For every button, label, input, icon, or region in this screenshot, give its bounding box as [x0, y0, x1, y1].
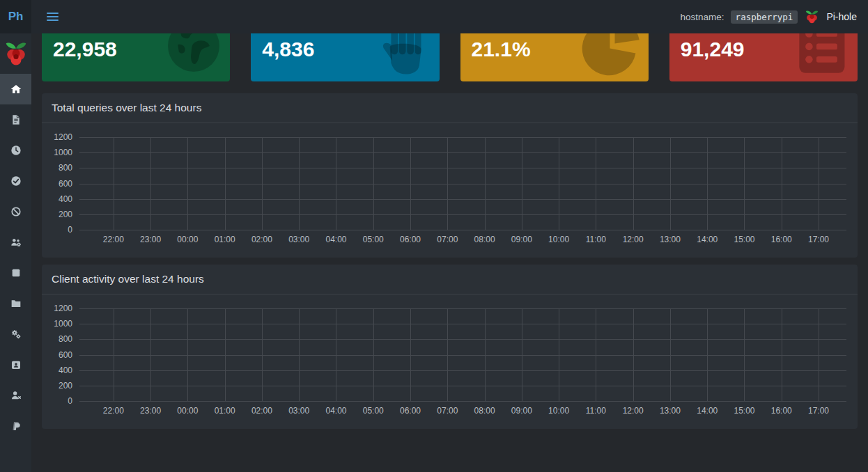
x-axis-label: 13:00	[660, 235, 681, 244]
y-axis-label: 200	[59, 210, 72, 219]
x-axis-label: 17:00	[808, 406, 829, 416]
y-axis-label: 200	[59, 381, 72, 391]
x-axis-label: 06:00	[400, 235, 421, 244]
x-axis-label: 00:00	[177, 406, 198, 416]
sidebar	[0, 33, 31, 472]
card-value: 4,836	[262, 38, 428, 61]
user-slash-icon	[10, 390, 22, 401]
x-axis-label: 10:00	[548, 406, 569, 416]
square-icon	[10, 267, 22, 278]
x-axis-label: 08:00	[474, 235, 495, 244]
brand-name: Pi-hole	[826, 11, 857, 22]
x-axis-label: 01:00	[215, 406, 235, 416]
y-axis-label: 600	[59, 350, 72, 360]
raspberry-icon	[804, 9, 820, 25]
y-axis-label: 0	[68, 225, 72, 235]
x-axis-label: 14:00	[697, 235, 718, 244]
sidebar-item-query-log[interactable]	[0, 104, 31, 135]
x-axis-label: 05:00	[363, 235, 384, 244]
panel-total-queries: Total queries over last 24 hours 1200100…	[42, 93, 858, 258]
x-axis-label: 07:00	[437, 235, 458, 244]
ban-icon	[10, 206, 22, 217]
sidebar-item-dashboard[interactable]	[0, 74, 31, 104]
x-axis-label: 09:00	[511, 235, 532, 244]
client-activity-chart: 120010008006004002000 22:0023:0000:0001:…	[46, 308, 846, 419]
x-axis-label: 09:00	[511, 406, 532, 416]
x-axis-label: 10:00	[548, 235, 569, 244]
card-value: 21.1%	[472, 38, 637, 61]
x-axis-label: 15:00	[734, 235, 754, 244]
users-gear-icon	[10, 237, 22, 248]
x-axis-label: 02:00	[251, 406, 272, 416]
y-axis-label: 1000	[54, 319, 72, 329]
sidebar-item-settings[interactable]	[0, 319, 31, 349]
y-axis-label: 1200	[54, 132, 72, 142]
x-axis-label: 04:00	[325, 406, 346, 416]
x-axis-label: 16:00	[771, 406, 792, 416]
x-axis-label: 08:00	[474, 406, 495, 416]
bars-series	[81, 137, 845, 230]
x-axis-label: 14:00	[697, 406, 718, 416]
clock-icon	[10, 145, 22, 156]
folder-icon	[10, 298, 22, 309]
panel-title: Client activity over last 24 hours	[42, 265, 858, 294]
sidebar-item-tools[interactable]	[0, 288, 31, 319]
panel-client-activity: Client activity over last 24 hours 12001…	[42, 265, 858, 429]
x-axis-label: 05:00	[363, 406, 384, 416]
x-axis-label: 11:00	[586, 235, 606, 244]
sidebar-item-donate[interactable]	[0, 411, 31, 441]
pihole-sidebar-logo	[0, 33, 31, 74]
y-axis-label: 1200	[54, 304, 72, 313]
sidebar-item-local-dns[interactable]	[0, 349, 31, 380]
sidebar-item-blacklist[interactable]	[0, 196, 31, 227]
hostname-label: hostname:	[681, 12, 724, 22]
top-navbar: Ph hostname: raspberrypi Pi-hole	[0, 0, 868, 33]
hostname-value: raspberrypi	[731, 10, 798, 24]
card-value: 22,958	[53, 38, 219, 61]
y-axis-label: 800	[59, 163, 72, 173]
x-axis-label: 07:00	[437, 406, 458, 416]
check-circle-icon	[10, 175, 22, 187]
sidebar-item-logout[interactable]	[0, 380, 31, 411]
x-axis-label: 13:00	[660, 406, 681, 416]
panel-title: Total queries over last 24 hours	[42, 93, 858, 123]
bars-series	[81, 308, 845, 401]
x-axis-label: 03:00	[288, 406, 309, 416]
main-content: Total queries (16 clients) 22,958 Querie…	[31, 0, 868, 446]
file-icon	[10, 114, 22, 125]
x-axis-label: 17:00	[808, 235, 829, 244]
app-logo-mini[interactable]: Ph	[0, 0, 31, 33]
x-axis-label: 23:00	[140, 406, 161, 416]
x-axis-label: 06:00	[400, 406, 421, 416]
x-axis-label: 12:00	[623, 235, 644, 244]
y-axis-label: 400	[59, 194, 72, 204]
raspberry-logo-icon	[3, 40, 29, 68]
x-axis-label: 23:00	[140, 235, 161, 244]
x-axis-label: 12:00	[623, 406, 644, 416]
x-axis-label: 22:00	[103, 235, 124, 244]
sidebar-item-whitelist[interactable]	[0, 166, 31, 196]
paypal-icon	[10, 420, 22, 432]
gears-icon	[10, 329, 22, 340]
y-axis-label: 600	[59, 179, 72, 189]
y-axis-label: 0	[68, 396, 72, 406]
x-axis-label: 04:00	[325, 235, 346, 244]
x-axis-label: 02:00	[251, 235, 272, 244]
x-axis-label: 16:00	[771, 235, 792, 244]
x-axis-label: 15:00	[734, 406, 754, 416]
x-axis-label: 03:00	[288, 235, 309, 244]
y-axis-label: 800	[59, 334, 72, 344]
address-card-icon	[10, 359, 22, 370]
sidebar-item-disable-blocking[interactable]	[0, 258, 31, 288]
y-axis-label: 1000	[54, 148, 72, 157]
x-axis-label: 22:00	[103, 406, 124, 416]
sidebar-toggle-icon[interactable]	[41, 7, 64, 26]
sidebar-item-group-management[interactable]	[0, 227, 31, 258]
x-axis-label: 01:00	[215, 235, 235, 244]
y-axis-label: 400	[59, 365, 72, 375]
x-axis-label: 11:00	[586, 406, 606, 416]
sidebar-item-long-term-data[interactable]	[0, 135, 31, 166]
home-icon	[10, 84, 22, 95]
x-axis-label: 00:00	[177, 235, 198, 244]
card-value: 91,249	[681, 38, 846, 61]
